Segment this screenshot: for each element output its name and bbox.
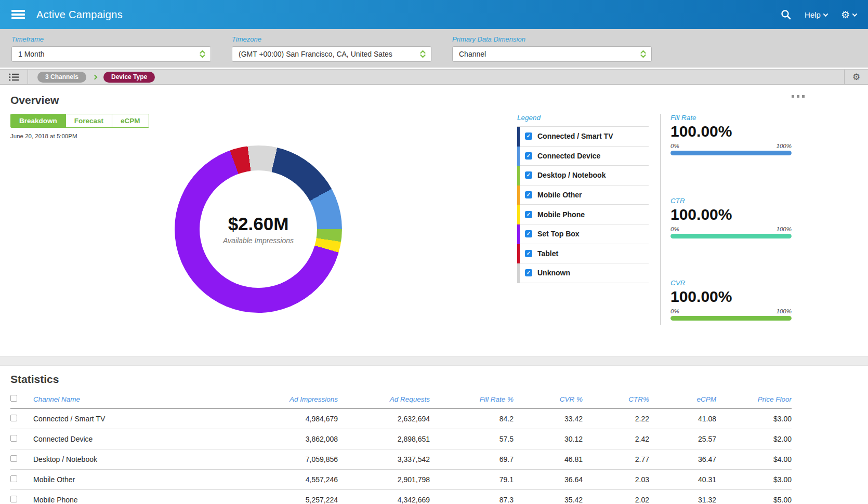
- chevron-down-icon: [823, 11, 828, 17]
- legend-item[interactable]: ✓ Mobile Other: [517, 185, 649, 205]
- filter-label: Primary Data Dimension: [452, 35, 652, 43]
- column-header-ctr-[interactable]: CTR%: [583, 392, 649, 409]
- metric-min-label: 0%: [670, 226, 679, 232]
- legend-checkbox[interactable]: ✓: [525, 132, 532, 140]
- cell-channel-name: Connected / Smart TV: [29, 409, 237, 429]
- table-row: Connected / Smart TV4,984,6792,632,69484…: [10, 409, 792, 429]
- legend-checkbox[interactable]: ✓: [525, 211, 532, 218]
- list-view-button[interactable]: [0, 70, 28, 84]
- legend-checkbox[interactable]: ✓: [525, 269, 532, 276]
- legend-checkbox[interactable]: ✓: [525, 171, 532, 179]
- metric-value: 100.00%: [670, 123, 792, 140]
- filter-group: Timeframe 1 Month: [11, 35, 211, 68]
- legend-checkbox[interactable]: ✓: [525, 191, 532, 198]
- column-header-ad-impressions[interactable]: Ad Impressions: [237, 392, 338, 409]
- chevron-down-icon: [852, 11, 858, 17]
- settings-menu[interactable]: ⚙: [841, 10, 857, 20]
- cell-ctr: 2.03: [583, 470, 649, 490]
- statistics-table: Channel NameAd ImpressionsAd RequestsFil…: [10, 392, 792, 504]
- legend-item[interactable]: ✓ Connected / Smart TV: [517, 127, 649, 147]
- legend-item[interactable]: ✓ Mobile Phone: [517, 205, 649, 224]
- cell-ecpm: 31.32: [649, 490, 716, 504]
- metric-progress-bar: [670, 234, 792, 238]
- overview-options-menu[interactable]: [792, 95, 805, 98]
- cell-ecpm: 25.57: [649, 429, 716, 449]
- top-header: Active Campaigns Help ⚙: [0, 0, 868, 29]
- column-header-fill-rate-[interactable]: Fill Rate %: [430, 392, 514, 409]
- cell-channel-name: Mobile Phone: [29, 490, 237, 504]
- row-checkbox[interactable]: [10, 415, 17, 421]
- help-menu[interactable]: Help: [805, 10, 827, 19]
- hamburger-menu-icon[interactable]: [11, 8, 25, 21]
- legend-item-label: Desktop / Notebook: [537, 171, 606, 179]
- cell-ad-requests: 2,632,694: [338, 409, 430, 429]
- column-header-ecpm[interactable]: eCPM: [649, 392, 716, 409]
- cell-cvr: 36.64: [514, 470, 583, 490]
- cell-ad-requests: 4,342,669: [338, 490, 430, 504]
- row-checkbox[interactable]: [10, 435, 17, 442]
- select-spinner-icon: [200, 50, 205, 58]
- legend-item-label: Mobile Phone: [537, 210, 585, 219]
- filter-group: Timezone (GMT +00:00) San Francisco, CA,…: [232, 35, 431, 68]
- tab-ecpm[interactable]: eCPM: [112, 114, 149, 127]
- metric-cvr: CVR 100.00% 0% 100%: [670, 279, 792, 321]
- metric-label: CVR: [670, 279, 792, 287]
- row-checkbox[interactable]: [10, 475, 17, 482]
- legend-item-label: Connected / Smart TV: [537, 132, 613, 140]
- metric-progress-fill: [670, 316, 792, 321]
- metric-label: CTR: [670, 197, 792, 205]
- legend-item[interactable]: ✓ Unknown: [517, 263, 649, 283]
- column-header-channel-name[interactable]: Channel Name: [29, 392, 237, 409]
- legend-item[interactable]: ✓ Set Top Box: [517, 224, 649, 244]
- legend-checkbox[interactable]: ✓: [525, 152, 532, 160]
- legend-item[interactable]: ✓ Tablet: [517, 244, 649, 264]
- metric-min-label: 0%: [670, 143, 679, 149]
- legend-item-label: Connected Device: [537, 152, 600, 160]
- table-header-row: Channel NameAd ImpressionsAd RequestsFil…: [10, 392, 792, 409]
- donut-center-sublabel: Available Impressions: [223, 236, 294, 245]
- tab-forecast[interactable]: Forecast: [66, 114, 112, 127]
- row-checkbox[interactable]: [10, 455, 17, 462]
- breadcrumb-dimension-pill[interactable]: Device Type: [103, 72, 155, 83]
- cell-ecpm: 41.08: [649, 409, 716, 429]
- filter-select[interactable]: (GMT +00:00) San Francisco, CA, United S…: [232, 46, 431, 62]
- select-all-checkbox[interactable]: [10, 395, 17, 402]
- search-icon[interactable]: [781, 9, 791, 20]
- cell-fill-rate: 87.3: [430, 490, 514, 504]
- cell-ad-impressions: 4,557,246: [237, 470, 338, 490]
- legend-checkbox[interactable]: ✓: [525, 230, 532, 237]
- cell-cvr: 35.42: [514, 490, 583, 504]
- cell-fill-rate: 69.7: [430, 449, 514, 470]
- breadcrumb-gear-icon[interactable]: ⚙: [852, 73, 860, 82]
- column-header-cvr-[interactable]: CVR %: [514, 392, 583, 409]
- filter-select[interactable]: 1 Month: [11, 46, 211, 62]
- row-checkbox[interactable]: [10, 496, 17, 502]
- filter-select[interactable]: Channel: [452, 46, 652, 62]
- tab-breakdown[interactable]: Breakdown: [11, 114, 66, 127]
- cell-fill-rate: 57.5: [430, 429, 514, 449]
- legend-item[interactable]: ✓ Connected Device: [517, 147, 649, 166]
- legend-checkbox[interactable]: ✓: [525, 250, 532, 257]
- column-header-ad-requests[interactable]: Ad Requests: [338, 392, 430, 409]
- metric-max-label: 100%: [777, 226, 792, 232]
- cell-ctr: 2.02: [583, 490, 649, 504]
- page-title: Active Campaigns: [36, 9, 123, 21]
- overview-section: Overview BreakdownForecasteCPM June 20, …: [0, 85, 868, 356]
- cell-ecpm: 40.31: [649, 470, 716, 490]
- metric-value: 100.00%: [670, 206, 792, 223]
- legend-item-label: Set Top Box: [537, 230, 580, 238]
- breadcrumb-channels-pill[interactable]: 3 Channels: [37, 72, 86, 83]
- cell-price-floor: $5.00: [716, 490, 792, 504]
- legend-title: Legend: [517, 114, 649, 122]
- breadcrumb-bar: 3 Channels Device Type ⚙: [0, 69, 868, 85]
- overview-title: Overview: [10, 94, 858, 107]
- cell-fill-rate: 84.2: [430, 409, 514, 429]
- legend-item[interactable]: ✓ Desktop / Notebook: [517, 166, 649, 185]
- cell-ad-requests: 2,901,798: [338, 470, 430, 490]
- metric-max-label: 100%: [777, 308, 792, 314]
- available-impressions-donut-chart[interactable]: $2.60M Available Impressions: [175, 145, 342, 313]
- metric-ctr: CTR 100.00% 0% 100%: [670, 197, 792, 238]
- cell-ad-impressions: 5,257,224: [237, 490, 338, 504]
- cell-ad-impressions: 3,862,008: [237, 429, 338, 449]
- column-header-price-floor[interactable]: Price Floor: [716, 392, 792, 409]
